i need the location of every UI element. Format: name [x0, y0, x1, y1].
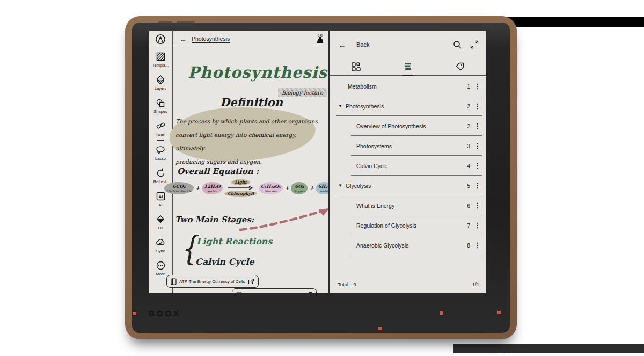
fullscreen-icon[interactable] [470, 40, 479, 49]
pen-width-widget[interactable]: 0.40 [316, 34, 324, 43]
case-edge-bar [453, 344, 644, 353]
link-chip-label: Carbon Cycle and Ecosystems [245, 293, 303, 294]
lasso-icon [155, 145, 166, 155]
refresh-icon [156, 168, 166, 178]
stylus-bar [496, 17, 644, 27]
kebab-icon[interactable]: ⋮ [474, 242, 481, 249]
more-icon [156, 260, 166, 271]
toc-row-regulation[interactable]: Regulation of Glycolysis 7 ⋮ [330, 215, 486, 235]
toc-pagination: 1/1 [472, 281, 479, 288]
reaction-arrow: Light Chlorophyll [224, 179, 257, 197]
tab-toc[interactable] [382, 58, 434, 75]
back-icon[interactable]: ← [179, 35, 187, 43]
link-chip-label: ATP-The Energy Currency of Cells [179, 279, 245, 284]
kebab-icon[interactable]: ⋮ [474, 123, 481, 129]
accent-dot [440, 311, 443, 315]
tag-icon [455, 62, 465, 71]
note-title[interactable]: Photosynthesis [192, 35, 230, 43]
term-o2: 6O₂ Oxygen [291, 182, 308, 194]
toc-row-metabolism[interactable]: Metabolism 1 ⋮ [330, 76, 486, 96]
tool-ai[interactable]: AI AI [149, 191, 172, 214]
link-chip-carbon[interactable]: Carbon Cycle and Ecosystems [232, 288, 317, 293]
back-icon[interactable]: ← [338, 41, 346, 49]
tool-template[interactable]: Templa... [149, 52, 172, 75]
svg-text:AI: AI [158, 194, 163, 199]
toc-header: ← Back [330, 31, 486, 58]
term-co2: 6CO₂ Carbon dioxide [164, 182, 193, 194]
note-topbar: ← Photosynthesis 0.40 [149, 31, 328, 47]
toc-footer: Total：9 1/1 [330, 281, 486, 288]
sync-icon [155, 237, 166, 248]
dashed-arrow [239, 207, 331, 232]
scene: BOOX ← Photosynthesis 0.40 [0, 0, 644, 356]
fill-icon [155, 214, 166, 224]
tab-tags[interactable] [434, 58, 486, 75]
search-icon[interactable] [453, 40, 462, 49]
collapse-triangle-icon[interactable]: ▼ [338, 183, 342, 188]
link-chip-atp[interactable]: ATP-The Energy Currency of Cells [166, 275, 259, 288]
tool-shapes[interactable]: Shapes [149, 98, 172, 121]
kebab-icon[interactable]: ⋮ [474, 143, 481, 149]
layers-icon: 2 [155, 75, 166, 85]
eink-screen: ← Photosynthesis 0.40 [149, 31, 486, 293]
tool-sidebar: Templa... 2 Layers Shapes [149, 47, 173, 293]
boox-logo: BOOX [149, 309, 181, 318]
titlebar: ← Photosynthesis 0.40 [173, 31, 328, 47]
toc-row-photosystems[interactable]: Photosystems 3 ⋮ [330, 136, 486, 156]
collapse-triangle-icon[interactable]: ▼ [338, 104, 342, 108]
back-label[interactable]: Back [356, 41, 369, 48]
sidebar-divider [157, 140, 164, 141]
kebab-icon[interactable]: ⋮ [474, 202, 481, 209]
ai-icon: AI [156, 191, 166, 201]
notebook-icon [171, 278, 177, 285]
tab-pages[interactable] [330, 58, 382, 75]
toc-panel: ← Back [328, 31, 486, 293]
pen-tip-icon [316, 37, 324, 43]
tool-layers[interactable]: 2 Layers [149, 75, 172, 98]
external-link-icon [248, 278, 254, 285]
toc-list: Metabolism 1 ⋮ ▼ Photosynthesis 2 ⋮ Over… [330, 76, 486, 255]
toc-total: Total：9 [338, 281, 356, 288]
notebook-icon [236, 292, 242, 294]
handwritten-title: Photosynthesis [188, 63, 314, 82]
tool-insert[interactable]: Insert [149, 121, 172, 139]
tool-sync[interactable]: Sync [149, 237, 172, 260]
kebab-icon[interactable]: ⋮ [474, 103, 481, 110]
stage-calvin-cycle: Calvin Cycle [195, 257, 254, 267]
shapes-icon [156, 98, 166, 108]
tool-lasso[interactable]: Lasso [149, 145, 172, 168]
kebab-icon[interactable]: ⋮ [474, 83, 481, 90]
toc-tabs [330, 58, 486, 76]
accent-dot [133, 312, 136, 315]
svg-text:2: 2 [159, 77, 162, 81]
definition-heading: Definition [220, 96, 283, 109]
kebab-icon[interactable]: ⋮ [474, 222, 481, 229]
equation-row: 6CO₂ Carbon dioxide + 12H₂O water Light [170, 179, 328, 197]
definition-text: The process by which plants and other or… [175, 115, 327, 169]
external-link-icon [306, 292, 312, 293]
stage-light-reactions: Light Reactions [196, 236, 272, 246]
template-icon [156, 52, 166, 62]
tablet-case: BOOX ← Photosynthesis 0.40 [125, 16, 517, 339]
tool-fill[interactable]: Fill [149, 214, 172, 237]
toc-row-glycolysis[interactable]: ▼ Glycolysis 5 ⋮ [330, 176, 486, 195]
toc-row-what-is-energy[interactable]: What is Energy 6 ⋮ [330, 195, 486, 215]
equation-heading: Overall Equation : [177, 166, 259, 176]
toc-list-icon [403, 62, 413, 71]
note-canvas[interactable]: Photosynthesis Biology lecture Definitio… [173, 47, 328, 293]
term-h2o: 12H₂O water [202, 182, 223, 194]
curly-brace: { [180, 229, 197, 268]
toc-row-anaerobic[interactable]: Anaerobic Glycolysis 8 ⋮ [330, 235, 486, 255]
app-logo-icon[interactable] [149, 31, 173, 47]
toc-row-overview[interactable]: Overview of Photosynthesis 2 ⋮ [330, 116, 486, 136]
biology-lecture-tag: Biology lecture [278, 88, 327, 97]
grid-overview-icon [351, 62, 361, 71]
term-glucose: C₆H₁₂O₆ Glucose [259, 182, 283, 194]
kebab-icon[interactable]: ⋮ [474, 163, 481, 169]
toc-row-calvin-cycle[interactable]: Calvin Cycle 4 ⋮ [330, 156, 486, 176]
insert-icon [156, 121, 166, 131]
accent-dot [497, 311, 501, 314]
toc-row-photosynthesis[interactable]: ▼ Photosynthesis 2 ⋮ [330, 96, 486, 116]
kebab-icon[interactable]: ⋮ [474, 183, 481, 189]
accent-dot [378, 327, 382, 330]
